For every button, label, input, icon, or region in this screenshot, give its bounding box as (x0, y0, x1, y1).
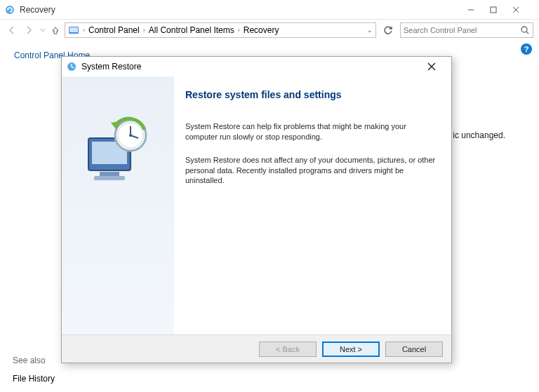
background-text-fragment: ic unchanged. (453, 130, 505, 140)
file-history-link[interactable]: File History (13, 374, 55, 384)
svg-point-7 (521, 27, 527, 32)
control-panel-icon (68, 25, 79, 36)
up-button[interactable] (51, 25, 60, 35)
search-icon[interactable] (520, 25, 530, 35)
see-also-label: See also (13, 356, 55, 365)
maximize-button[interactable] (490, 1, 512, 18)
dialog-titlebar: System Restore (62, 57, 451, 76)
refresh-button[interactable] (380, 22, 396, 38)
dialog-close-button[interactable] (427, 59, 447, 74)
system-restore-dialog: System Restore (61, 56, 452, 363)
back-button[interactable] (6, 24, 18, 36)
help-icon[interactable]: ? (521, 43, 532, 55)
dialog-paragraph-2: System Restore does not affect any of yo… (185, 155, 436, 187)
chevron-right-icon: › (143, 27, 145, 34)
breadcrumb-item-recovery[interactable]: Recovery (242, 25, 281, 35)
dialog-banner (62, 76, 174, 334)
recent-locations-dropdown[interactable] (39, 24, 46, 36)
back-button: < Back (259, 342, 317, 357)
navigation-bar: › Control Panel › All Control Panel Item… (0, 20, 539, 41)
restore-graphic-icon (76, 111, 160, 189)
dialog-footer: < Back Next > Cancel (62, 334, 451, 363)
breadcrumb-dropdown-icon[interactable]: ⌄ (367, 27, 373, 34)
chevron-right-icon: › (238, 27, 240, 34)
search-input[interactable] (404, 26, 520, 34)
search-input-container[interactable] (400, 22, 533, 38)
breadcrumb-item-control-panel[interactable]: Control Panel (87, 25, 141, 35)
svg-line-8 (526, 32, 528, 34)
window-title: Recovery (20, 5, 467, 15)
close-button[interactable] (512, 1, 535, 18)
dialog-paragraph-1: System Restore can help fix problems tha… (185, 121, 436, 142)
svg-rect-14 (100, 172, 119, 176)
breadcrumb-item-all-items[interactable]: All Control Panel Items (147, 25, 236, 35)
cancel-button[interactable]: Cancel (385, 342, 443, 357)
svg-point-20 (129, 134, 132, 137)
system-restore-icon (66, 61, 77, 72)
dialog-heading: Restore system files and settings (185, 89, 436, 100)
see-also-section: See also File History (13, 356, 55, 384)
forward-button[interactable] (22, 24, 35, 36)
minimize-button[interactable] (467, 1, 490, 18)
svg-rect-15 (94, 176, 125, 180)
next-button[interactable]: Next > (322, 342, 380, 357)
dialog-title: System Restore (81, 62, 427, 72)
recovery-icon (4, 4, 15, 15)
window-titlebar: Recovery (0, 0, 539, 20)
svg-point-0 (6, 6, 14, 14)
dialog-content: Restore system files and settings System… (174, 76, 451, 334)
chevron-right-icon: › (83, 27, 85, 34)
svg-rect-2 (491, 7, 496, 13)
svg-rect-6 (69, 27, 78, 32)
breadcrumb[interactable]: › Control Panel › All Control Panel Item… (65, 22, 376, 38)
